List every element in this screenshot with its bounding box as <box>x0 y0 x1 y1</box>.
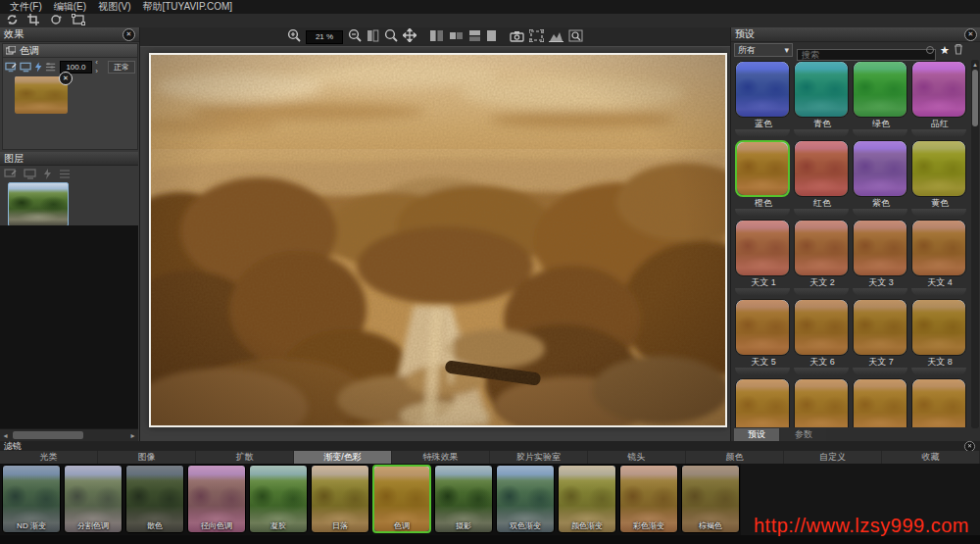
preset-thumbnail[interactable] <box>794 61 849 118</box>
preset-item-12[interactable]: 天文 4 <box>911 220 968 296</box>
preset-thumbnail[interactable] <box>794 378 849 427</box>
edited-photo[interactable] <box>149 53 727 427</box>
scroll-left-icon[interactable]: ◂ <box>0 431 11 440</box>
edit-layer-icon[interactable] <box>4 169 17 179</box>
preset-item-6[interactable]: 红色 <box>794 140 851 217</box>
preset-thumbnail[interactable] <box>794 220 849 276</box>
preset-item-13[interactable]: 天文 5 <box>735 299 792 375</box>
layer-monitor-icon[interactable] <box>24 169 36 179</box>
preset-item-1[interactable]: 蓝色 <box>735 61 792 137</box>
filter-item-3[interactable]: 散色 <box>125 465 184 533</box>
filter-item-7[interactable]: 色调 <box>372 465 431 533</box>
preset-item-14[interactable]: 天文 6 <box>794 299 851 375</box>
preset-category-dropdown[interactable]: 所有 ▾ <box>734 43 793 57</box>
filter-category-3[interactable]: 扩散 <box>196 451 294 464</box>
preset-item-10[interactable]: 天文 2 <box>794 220 851 296</box>
preset-thumbnail[interactable] <box>735 378 790 427</box>
layer-list-icon[interactable] <box>59 169 71 179</box>
preset-thumbnail[interactable] <box>735 299 790 356</box>
preset-thumbnail[interactable] <box>735 220 790 276</box>
preset-thumbnail[interactable] <box>735 61 790 118</box>
trash-icon[interactable] <box>954 41 963 59</box>
filter-item-9[interactable]: 双色渐变 <box>496 465 555 533</box>
original-image-thumbnail[interactable] <box>8 182 67 224</box>
filter-item-1[interactable]: ND 渐变 <box>2 465 61 533</box>
preset-thumbnail[interactable] <box>911 61 966 118</box>
preset-item-8[interactable]: 黄色 <box>911 140 968 217</box>
preset-item-16[interactable]: 天文 8 <box>911 299 968 375</box>
preset-item-15[interactable]: 天文 7 <box>853 299 909 375</box>
preset-item-5[interactable]: 橙色 <box>735 140 792 217</box>
filter-category-8[interactable]: 颜色 <box>686 451 784 464</box>
filter-item-2[interactable]: 分割色调 <box>64 465 122 533</box>
preset-item-2[interactable]: 青色 <box>794 61 851 137</box>
menu-item-3[interactable]: 视图(V) <box>92 0 136 14</box>
preset-thumbnail[interactable] <box>794 299 849 356</box>
scrollbar-thumb[interactable] <box>13 431 83 439</box>
preset-thumbnail[interactable] <box>794 140 849 197</box>
preset-thumbnail[interactable] <box>911 140 966 197</box>
filter-item-12[interactable]: 棕褐色 <box>681 465 740 533</box>
effects-panel-close-icon[interactable]: ✕ <box>122 28 135 41</box>
filter-category-6[interactable]: 胶片实验室 <box>490 451 588 464</box>
layer-lightning-icon[interactable] <box>43 169 52 179</box>
filter-category-7[interactable]: 镜头 <box>588 451 686 464</box>
effect-layer-titlebar[interactable]: 色调 <box>3 44 137 58</box>
presets-tab-2[interactable]: 参数 <box>781 428 826 441</box>
preset-thumbnail[interactable] <box>853 378 907 427</box>
filter-item-8[interactable]: 摄影 <box>434 465 493 533</box>
snapshot-camera-icon[interactable] <box>510 28 524 46</box>
filter-item-10[interactable]: 颜色渐变 <box>558 465 616 533</box>
preset-item-4[interactable]: 品红 <box>911 61 968 137</box>
preset-search-input[interactable] <box>797 49 936 61</box>
filter-category-1[interactable]: 光类 <box>0 451 98 464</box>
filter-item-4[interactable]: 径向色调 <box>187 465 246 533</box>
filter-category-9[interactable]: 自定义 <box>784 451 882 464</box>
preset-item-3[interactable]: 绿色 <box>853 61 909 137</box>
view-two-up-small-icon[interactable] <box>449 28 464 46</box>
preview-monitor-icon[interactable] <box>20 62 31 73</box>
presets-scrollbar[interactable]: ▴ <box>971 60 979 428</box>
loupe-icon[interactable] <box>384 28 398 46</box>
preset-thumbnail[interactable] <box>853 61 907 118</box>
pan-tool-icon[interactable] <box>403 28 416 46</box>
preset-thumbnail[interactable] <box>735 140 790 197</box>
edit-effect-icon[interactable] <box>5 62 17 73</box>
filter-category-10[interactable]: 收藏 <box>882 451 980 464</box>
preset-item-17[interactable] <box>735 378 792 427</box>
proof-preview-icon[interactable] <box>568 28 583 46</box>
settings-list-icon[interactable] <box>45 62 56 73</box>
presets-tab-1[interactable]: 预设 <box>734 428 779 441</box>
preset-thumbnail[interactable] <box>911 378 966 427</box>
split-view-icon[interactable] <box>367 28 379 46</box>
view-two-up-icon[interactable] <box>429 28 444 46</box>
view-stacked-icon[interactable] <box>468 28 481 46</box>
preset-item-11[interactable]: 天文 3 <box>853 220 909 296</box>
remove-effect-icon[interactable]: ✕ <box>59 72 73 85</box>
filter-item-11[interactable]: 彩色渐变 <box>619 465 678 533</box>
histogram-icon[interactable] <box>549 28 564 46</box>
zoom-level-field[interactable]: 21 % <box>306 30 343 44</box>
favorite-star-icon[interactable]: ★ <box>940 44 950 56</box>
filter-item-6[interactable]: 日落 <box>311 465 369 533</box>
zoom-in-icon[interactable] <box>287 28 301 46</box>
filter-category-2[interactable]: 图像 <box>98 451 196 464</box>
opacity-spinner-arrows[interactable]: ‹ › <box>95 58 105 75</box>
filter-category-5[interactable]: 特殊效果 <box>392 451 490 464</box>
scroll-right-icon[interactable]: ▸ <box>127 431 138 440</box>
preset-item-7[interactable]: 紫色 <box>853 140 909 217</box>
preset-thumbnail[interactable] <box>911 299 966 356</box>
presets-panel-close-icon[interactable]: ✕ <box>964 28 977 41</box>
blend-mode-dropdown[interactable]: 正常 <box>108 61 135 74</box>
preset-item-18[interactable] <box>794 378 851 427</box>
view-single-icon[interactable] <box>486 28 497 46</box>
scrollbar-thumb[interactable] <box>972 70 978 126</box>
search-clear-icon[interactable] <box>926 46 934 54</box>
scroll-up-icon[interactable]: ▴ <box>971 60 979 69</box>
filters-panel-close-icon[interactable]: ✕ <box>964 440 975 451</box>
quick-apply-lightning-icon[interactable] <box>34 62 42 73</box>
preset-thumbnail[interactable] <box>853 299 907 356</box>
zoom-out-icon[interactable] <box>348 28 362 46</box>
preset-item-9[interactable]: 天文 1 <box>735 220 792 296</box>
preset-item-20[interactable] <box>911 378 968 427</box>
